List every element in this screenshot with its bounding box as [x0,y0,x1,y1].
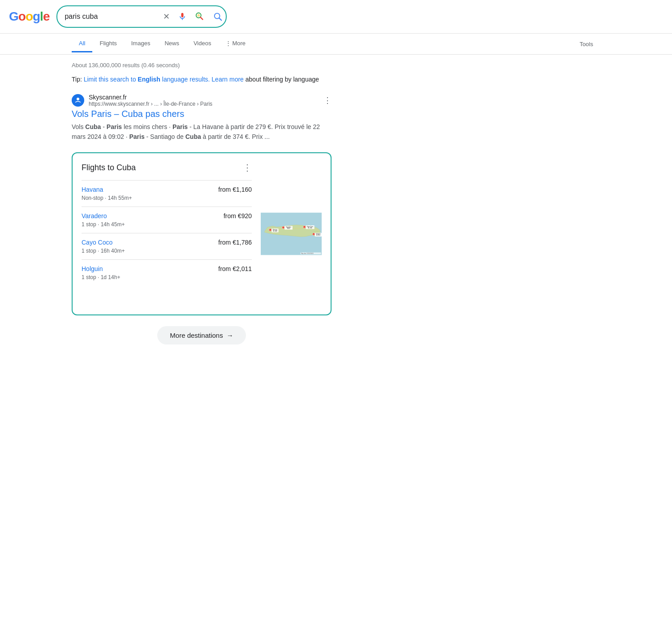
flight-dest-info-cayo-coco: Cayo Coco 1 stop · 16h 40m+ [82,239,125,254]
svg-text:✈: ✈ [313,234,314,235]
flight-price-varadero: from €920 [224,212,252,220]
more-destinations-arrow: → [227,332,233,339]
flight-item-holguin[interactable]: Holguin 1 stop · 1d 14h+ from €2,011 [82,259,252,286]
svg-text:€1,786: €1,786 [308,227,312,229]
tip-text: Tip: Limit this search to English langua… [72,76,332,83]
dots-icon: ⋮ [225,40,231,47]
tip-link-learn[interactable]: Learn more [211,76,244,83]
search-button[interactable] [211,10,224,23]
svg-text:€920: €920 [287,228,290,229]
search-input[interactable] [65,13,154,21]
flights-card-title: Flights to Cuba [82,163,136,172]
result-favicon [72,94,84,107]
tip-suffix: about filtering by language [246,76,319,83]
flight-price-holguin: from €2,011 [218,265,252,272]
flight-dest-havana[interactable]: Havana [82,186,132,193]
result-url: https://www.skyscanner.fr › ... › Île-de… [89,101,212,107]
result-title-link[interactable]: Vols Paris – Cuba pas chers [72,109,332,119]
flight-details-havana: Non-stop · 14h 55m+ [82,195,132,201]
flight-dest-cayo-coco[interactable]: Cayo Coco [82,239,125,246]
flight-dest-varadero[interactable]: Varadero [82,212,125,220]
tip-link-limit[interactable]: Limit this search to English language re… [84,76,210,83]
more-destinations-label: More destinations [170,332,223,339]
svg-text:✈: ✈ [270,230,271,231]
main-content: About 136,000,000 results (0.46 seconds)… [0,55,403,352]
flights-card-header: Flights to Cuba ⋮ [82,162,252,173]
flight-item-havana[interactable]: Havana Non-stop · 14h 55m+ from €1,160 [82,180,252,207]
tab-flights[interactable]: Flights [92,35,124,52]
result-site-name: Skyscanner.fr [89,94,212,101]
header: Google ✕ [0,0,672,34]
svg-text:✈: ✈ [283,227,284,228]
flight-item-varadero[interactable]: Varadero 1 stop · 14h 45m+ from €920 [82,207,252,233]
tab-images[interactable]: Images [124,35,158,52]
tab-more[interactable]: ⋮ More [218,35,253,52]
flight-dest-info-varadero: Varadero 1 stop · 14h 45m+ [82,212,125,228]
tab-all[interactable]: All [72,35,92,52]
tab-videos[interactable]: Videos [186,35,219,52]
flight-dest-holguin[interactable]: Holguin [82,265,120,272]
flight-details-cayo-coco: 1 stop · 16h 40m+ [82,248,125,254]
tab-news[interactable]: News [157,35,186,52]
svg-point-1 [198,14,200,17]
search-result-skyscanner: Skyscanner.fr https://www.skyscanner.fr … [72,94,332,142]
results-count: About 136,000,000 results (0.46 seconds) [72,62,332,69]
google-logo[interactable]: Google [9,9,49,24]
lens-button[interactable] [193,10,207,23]
flights-map[interactable]: ✈ Havana €1,160 ✈ Varadero €920 ✈ Cayo C… [261,162,322,306]
flights-card: Flights to Cuba ⋮ Havana Non-stop · 14h … [72,152,332,315]
flight-details-holguin: 1 stop · 1d 14h+ [82,274,120,280]
flight-price-havana: from €1,160 [218,186,252,193]
svg-text:✈: ✈ [304,227,305,228]
flight-dest-info-holguin: Holguin 1 stop · 1d 14h+ [82,265,120,280]
tip-prefix: Tip: [72,76,84,83]
more-destinations-container: More destinations → [72,326,332,344]
flights-left-panel: Flights to Cuba ⋮ Havana Non-stop · 14h … [82,162,252,306]
svg-text:€1,160: €1,160 [273,230,277,232]
svg-point-3 [77,98,79,100]
search-bar: ✕ [56,5,227,28]
flight-price-cayo-coco: from €1,786 [218,239,252,246]
flight-dest-info-havana: Havana Non-stop · 14h 55m+ [82,186,132,201]
svg-text:€2,011: €2,011 [316,235,320,237]
nav-tabs: All Flights Images News Videos ⋮ More To… [0,34,672,55]
result-source: Skyscanner.fr https://www.skyscanner.fr … [72,94,332,107]
tools-tab[interactable]: Tools [573,36,600,52]
more-destinations-button[interactable]: More destinations → [157,326,246,344]
flights-options-icon[interactable]: ⋮ [243,162,252,173]
voice-search-button[interactable] [176,10,189,23]
flight-item-cayo-coco[interactable]: Cayo Coco 1 stop · 16h 40m+ from €1,786 [82,233,252,259]
clear-button[interactable]: ✕ [161,10,172,23]
flight-details-varadero: 1 stop · 14h 45m+ [82,221,125,228]
result-site-info: Skyscanner.fr https://www.skyscanner.fr … [89,94,212,107]
result-options-icon[interactable]: ⋮ [323,95,332,105]
result-snippet: Vols Cuba - Paris les moins chers · Pari… [72,122,332,142]
